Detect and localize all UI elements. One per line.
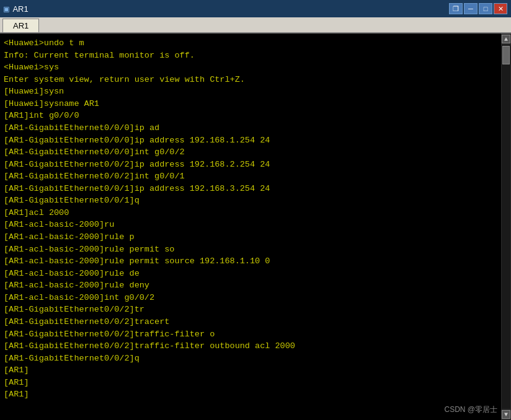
terminal-line: [AR1-GigabitEthernet0/0/2]traffic-filter… (4, 340, 499, 352)
title-bar: ▣ AR1 ❐ ─ □ ✕ (0, 0, 511, 17)
scrollbar[interactable]: ▲ ▼ (501, 33, 511, 420)
terminal-line: [AR1-acl-basic-2000]rule deny (4, 279, 499, 292)
terminal-line: [AR1-acl-basic-2000]rule de (4, 268, 499, 280)
terminal-line: [AR1-acl-basic-2000]rule p (4, 231, 499, 243)
terminal-line: [AR1]int g0/0/0 (4, 110, 499, 122)
terminal-line: [Huawei]sysname AR1 (4, 98, 499, 110)
terminal-line: [AR1-GigabitEthernet0/0/2]int g0/0/1 (4, 170, 499, 183)
terminal-line: [AR1-acl-basic-2000]rule permit so (4, 243, 499, 256)
terminal-line: [AR1] (4, 377, 499, 389)
scroll-track[interactable] (502, 45, 510, 409)
title-bar-buttons: ❐ ─ □ ✕ (449, 3, 507, 14)
scroll-down-button[interactable]: ▼ (502, 410, 510, 419)
terminal-line: [AR1] (4, 388, 499, 401)
title-bar-left: ▣ AR1 (4, 4, 29, 14)
maximize-button[interactable]: □ (479, 3, 492, 14)
terminal-line: Info: Current terminal monitor is off. (4, 50, 499, 62)
terminal-line: [AR1-GigabitEthernet0/0/1]ip address 192… (4, 183, 499, 195)
terminal-line: [AR1-GigabitEthernet0/0/0]int g0/0/2 (4, 146, 499, 159)
terminal-line: [AR1]acl 2000 (4, 207, 499, 219)
terminal-line: [AR1-GigabitEthernet0/0/1]q (4, 195, 499, 207)
terminal-line: [AR1-GigabitEthernet0/0/2]tr (4, 304, 499, 316)
restore-button[interactable]: ❐ (449, 3, 463, 14)
minimize-button[interactable]: ─ (464, 3, 478, 14)
title-bar-title: AR1 (12, 4, 28, 14)
terminal-line: [AR1-acl-basic-2000]int g0/0/2 (4, 292, 499, 304)
terminal-output[interactable]: <Huawei>undo t mInfo: Current terminal m… (0, 33, 501, 420)
terminal-line: [AR1] (4, 364, 499, 377)
app-icon: ▣ (4, 4, 9, 14)
terminal-line: [AR1-GigabitEthernet0/0/0]ip ad (4, 122, 499, 134)
close-button[interactable]: ✕ (494, 3, 507, 14)
terminal-line: [AR1-acl-basic-2000]rule permit source 1… (4, 255, 499, 268)
terminal-line: [AR1-GigabitEthernet0/0/2]q (4, 352, 499, 365)
terminal-line: [AR1-GigabitEthernet0/0/2]tracert (4, 316, 499, 328)
tab-ar1[interactable]: AR1 (2, 19, 39, 32)
terminal-line: [AR1-acl-basic-2000]ru (4, 219, 499, 231)
scroll-thumb[interactable] (502, 46, 510, 64)
terminal-line: <Huawei>sys (4, 61, 499, 74)
terminal-line: Enter system view, return user view with… (4, 74, 499, 86)
watermark: CSDN @零居士 (444, 405, 497, 415)
terminal-line: <Huawei>undo t m (4, 37, 499, 50)
terminal-line: [AR1-GigabitEthernet0/0/2]traffic-filter… (4, 328, 499, 341)
terminal-line: [AR1-GigabitEthernet0/0/2]ip address 192… (4, 159, 499, 171)
terminal-wrapper: <Huawei>undo t mInfo: Current terminal m… (0, 33, 511, 420)
terminal-line: [AR1-GigabitEthernet0/0/0]ip address 192… (4, 134, 499, 147)
tab-bar: AR1 (0, 17, 511, 33)
scroll-up-button[interactable]: ▲ (502, 35, 510, 43)
terminal-line: [Huawei]sysn (4, 85, 499, 98)
